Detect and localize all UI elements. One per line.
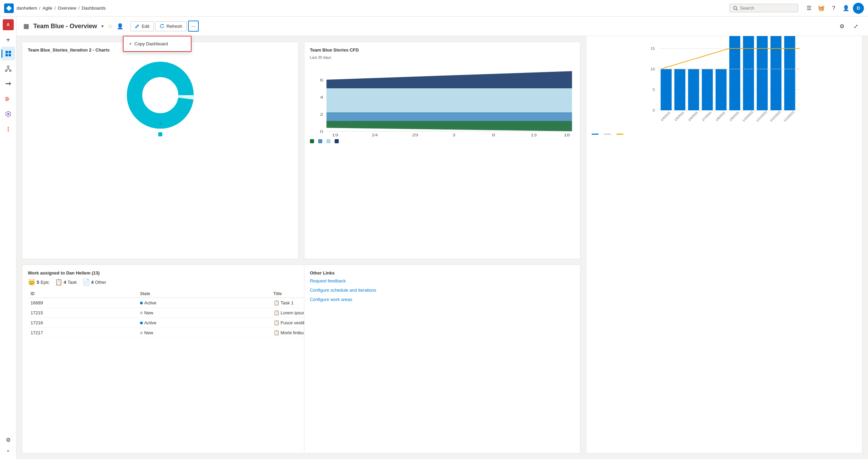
svg-marker-36 — [326, 71, 572, 88]
cfd-leg-dot-1 — [310, 139, 314, 143]
svg-rect-62 — [716, 69, 727, 110]
svg-text:1/13/2023: 1/13/2023 — [783, 110, 795, 122]
other-links-container: Request feedbackConfigure schedule and i… — [310, 278, 575, 302]
nav-avatar[interactable]: D — [853, 3, 864, 14]
dashboard-expand-icon[interactable]: ⤢ — [850, 21, 861, 32]
copy-plus-icon: + — [129, 41, 132, 46]
svg-marker-37 — [326, 88, 572, 112]
svg-rect-65 — [757, 36, 768, 110]
sidebar-item-extra[interactable] — [1, 122, 15, 136]
burn-leg-3 — [616, 134, 623, 135]
search-icon — [733, 6, 738, 11]
col-state: State — [137, 290, 270, 298]
other-link-item[interactable]: Configure work areas — [310, 297, 575, 302]
dashboard-star-icon[interactable]: ☆ — [108, 23, 113, 30]
burn-leg-line-2 — [604, 134, 611, 135]
svg-rect-4 — [9, 51, 11, 53]
svg-point-9 — [9, 70, 11, 72]
sidebar-item-testplans[interactable]: ! — [1, 92, 15, 106]
sidebar-item-repos[interactable] — [1, 62, 15, 76]
task-icon: 📋 — [55, 278, 62, 286]
row-state: Active — [137, 298, 270, 308]
sidebar-item-artifacts[interactable] — [1, 107, 15, 121]
svg-text:8: 8 — [492, 133, 495, 136]
svg-text:13: 13 — [531, 133, 537, 136]
breadcrumb-project[interactable]: Agile — [43, 5, 53, 11]
sidebar-item-boards[interactable] — [1, 47, 15, 60]
state-dot — [140, 322, 143, 324]
svg-marker-14 — [9, 82, 11, 86]
cfd-leg-dot-2 — [318, 139, 322, 143]
task-row-icon: 📋 — [274, 320, 279, 325]
svg-text:29: 29 — [412, 133, 418, 136]
svg-rect-58 — [661, 69, 672, 110]
cfd-leg-2 — [318, 139, 322, 143]
search-box[interactable] — [729, 4, 798, 12]
cfd-legend — [310, 139, 575, 143]
cfd-card: Team Blue Stories CFD Last 30 days 0 2 4… — [304, 42, 581, 259]
refresh-icon — [160, 24, 164, 29]
row-state: New — [137, 328, 270, 338]
svg-text:0: 0 — [653, 108, 655, 112]
svg-text:1/5/2023: 1/5/2023 — [674, 111, 685, 122]
app-logo[interactable] — [4, 3, 14, 13]
svg-line-2 — [737, 9, 738, 10]
other-links-title: Other Links — [310, 270, 575, 276]
sidebar-collapse-icon[interactable]: » — [3, 445, 14, 456]
sidebar-item-pipelines[interactable] — [1, 77, 15, 91]
refresh-button[interactable]: Refresh — [155, 21, 187, 31]
svg-point-20 — [8, 127, 9, 128]
other-link-item[interactable]: Request feedback — [310, 278, 575, 283]
svg-rect-6 — [9, 54, 11, 56]
svg-text:5: 5 — [653, 88, 655, 92]
task-row-icon: 📋 — [274, 330, 279, 335]
other-link-item[interactable]: Configure schedule and iterations — [310, 288, 575, 293]
dashboard-settings-icon[interactable]: ⚙ — [836, 21, 847, 32]
svg-rect-59 — [674, 69, 685, 110]
svg-text:1/6/2023: 1/6/2023 — [687, 111, 698, 122]
edit-button[interactable]: Edit — [130, 21, 154, 31]
nav-help-icon[interactable]: ? — [828, 3, 839, 14]
artifacts-icon — [5, 111, 12, 117]
row-state: New — [137, 308, 270, 318]
svg-text:10: 10 — [651, 67, 655, 71]
dashboard-canvas: Team Blue_Stories_Iteration 2 - Charts 1 — [16, 36, 868, 459]
svg-text:4: 4 — [320, 95, 323, 99]
copy-dashboard-item[interactable]: + Copy Dashboard — [124, 38, 191, 50]
repos-icon — [5, 65, 12, 72]
svg-rect-66 — [771, 36, 782, 110]
svg-marker-23 — [163, 24, 164, 25]
other-count: 📄 4 Other — [82, 278, 106, 286]
sidebar-bottom: ⚙ » — [3, 434, 14, 456]
dashboard-person-icon[interactable]: 👤 — [117, 23, 124, 30]
svg-point-26 — [145, 80, 176, 111]
breadcrumb-section[interactable]: Dashboards — [82, 5, 106, 11]
svg-rect-67 — [784, 36, 795, 110]
more-button[interactable]: ··· — [188, 21, 199, 32]
svg-text:6: 6 — [320, 78, 323, 82]
task-row-icon: 📋 — [274, 310, 279, 315]
sidebar-avatar[interactable]: A — [3, 19, 14, 30]
nav-list-icon[interactable]: ☰ — [803, 3, 814, 14]
sidebar-settings-icon[interactable]: ⚙ — [3, 434, 14, 445]
task-count: 📋 4 Task — [55, 278, 77, 286]
svg-marker-39 — [326, 121, 572, 131]
nav-user-icon[interactable]: 👤 — [841, 3, 852, 14]
breadcrumb-area[interactable]: Overview — [58, 5, 76, 11]
nav-basket-icon[interactable]: 🧺 — [816, 3, 827, 14]
state-dot — [140, 302, 143, 304]
svg-text:1/8/2023: 1/8/2023 — [715, 111, 726, 122]
state-dot — [140, 332, 143, 334]
breadcrumb-org[interactable]: danhellem — [16, 5, 37, 11]
breadcrumb: danhellem / Agile / Overview / Dashboard… — [16, 5, 106, 11]
svg-text:1/4/2023: 1/4/2023 — [660, 111, 671, 122]
boards-icon — [5, 50, 12, 57]
sidebar-add-icon[interactable]: + — [3, 34, 14, 45]
dashboard-caret-icon[interactable]: ▾ — [101, 23, 104, 29]
row-state: Active — [137, 318, 270, 328]
dashboard-grid-icon: ▦ — [23, 22, 29, 30]
task-row-icon: 📋 — [274, 300, 279, 305]
left-sidebar: A + ! ⚙ » — [0, 16, 16, 459]
donut-legend — [158, 132, 162, 136]
search-input[interactable] — [740, 5, 791, 11]
